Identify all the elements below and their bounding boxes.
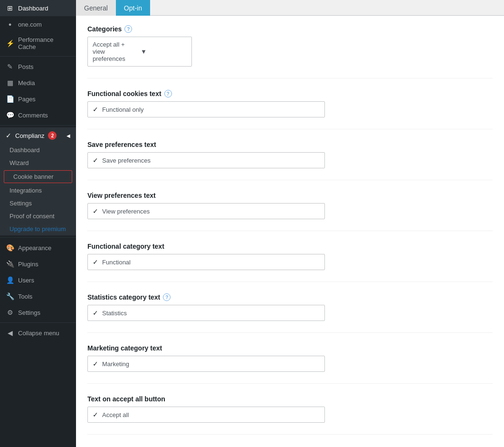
accept-all-button-text-label: Text on accept all button: [87, 395, 493, 403]
pages-icon: 📄: [6, 95, 14, 103]
statistics-category-help-icon[interactable]: ?: [163, 293, 171, 301]
categories-dropdown[interactable]: Accept all + view preferences ▼: [87, 37, 192, 67]
accept-all-button-text-input[interactable]: [102, 411, 320, 418]
sidebar-label-users: Users: [18, 277, 34, 284]
settings-icon: ⚙: [6, 308, 14, 317]
complianz-arrow-icon: ◀: [67, 133, 70, 138]
marketing-category-input-wrapper: ✓: [87, 356, 325, 372]
functional-category-check-icon: ✓: [93, 258, 98, 266]
sidebar-item-integrations[interactable]: Integrations: [0, 184, 76, 197]
functional-category-text-input[interactable]: [102, 259, 320, 266]
categories-section: Categories ? Accept all + view preferenc…: [87, 25, 493, 78]
sidebar-divider-2: [0, 125, 76, 126]
sidebar-item-settings[interactable]: ⚙ Settings: [0, 304, 76, 321]
content-area: General Opt-in Categories ? Accept all +…: [76, 0, 504, 447]
save-preferences-check-icon: ✓: [93, 156, 98, 164]
sidebar-divider-1: [0, 56, 76, 57]
statistics-category-text-label: Statistics category text ?: [87, 293, 493, 301]
accept-all-button-input-wrapper: ✓: [87, 407, 325, 423]
view-preferences-text-section: View preferences text ✓: [87, 192, 493, 231]
marketing-category-text-input[interactable]: [102, 360, 320, 368]
sidebar-item-complianz[interactable]: ✓ Complianz 2 ◀: [0, 127, 76, 144]
sidebar-label-settings: Settings: [18, 309, 40, 316]
categories-help-icon[interactable]: ?: [124, 25, 132, 33]
main-content: General Opt-in Categories ? Accept all +…: [76, 0, 504, 447]
sidebar-item-media[interactable]: ▦ Media: [0, 75, 76, 91]
functional-cookies-input-wrapper: ✓: [87, 101, 325, 117]
sidebar-item-complianz-dashboard[interactable]: Dashboard: [0, 144, 76, 156]
marketing-category-text-section: Marketing category text ✓: [87, 344, 493, 384]
functional-cookies-text-input[interactable]: [102, 106, 320, 113]
sidebar-label-pages: Pages: [18, 96, 36, 103]
media-icon: ▦: [6, 78, 14, 87]
functional-cookies-help-icon[interactable]: ?: [164, 90, 172, 97]
save-preferences-input-wrapper: ✓: [87, 152, 325, 168]
sidebar-label-comments: Comments: [18, 112, 48, 119]
form-content: Categories ? Accept all + view preferenc…: [76, 16, 504, 447]
view-preferences-text-input[interactable]: [102, 208, 320, 215]
sidebar-label-media: Media: [18, 79, 35, 87]
functional-category-text-section: Functional category text ✓: [87, 243, 493, 282]
marketing-category-text-label: Marketing category text: [87, 344, 493, 352]
sidebar-item-comments[interactable]: 💬 Comments: [0, 107, 76, 123]
sidebar-divider-4: [0, 322, 76, 323]
functional-category-input-wrapper: ✓: [87, 254, 325, 270]
statistics-category-check-icon: ✓: [93, 309, 98, 317]
sidebar-label-collapse: Collapse menu: [18, 330, 59, 337]
complianz-badge: 2: [48, 131, 57, 140]
sidebar-item-pages[interactable]: 📄 Pages: [0, 91, 76, 107]
tab-general[interactable]: General: [76, 0, 116, 16]
view-preferences-text-label: View preferences text: [87, 192, 493, 199]
statistics-category-input-wrapper: ✓: [87, 305, 325, 321]
sidebar-item-cookie-banner[interactable]: Cookie banner: [4, 170, 72, 183]
sidebar-item-tools[interactable]: 🔧 Tools: [0, 288, 76, 304]
save-preferences-text-label: Save preferences text: [87, 141, 493, 148]
functional-cookies-text-label: Functional cookies text ?: [87, 90, 493, 97]
sidebar-label-dashboard: Dashboard: [18, 5, 48, 12]
sidebar-label-plugins: Plugins: [18, 261, 38, 268]
complianz-section: ✓ Complianz 2 ◀ Dashboard Wizard Cookie …: [0, 127, 76, 235]
complianz-icon: ✓: [6, 132, 11, 139]
complianz-label: Complianz: [15, 132, 44, 139]
performance-cache-icon: ⚡: [6, 39, 14, 48]
sidebar-item-complianz-wizard[interactable]: Wizard: [0, 156, 76, 169]
plugins-icon: 🔌: [6, 260, 14, 268]
sidebar: ⊞ Dashboard ● one.com ⚡ Performance Cach…: [0, 0, 76, 447]
categories-label: Categories ?: [87, 25, 493, 33]
functional-cookies-check-icon: ✓: [93, 106, 98, 113]
appearance-icon: 🎨: [6, 243, 14, 252]
sidebar-label-performance-cache: Performance Cache: [18, 36, 70, 50]
users-icon: 👤: [6, 276, 14, 284]
comments-icon: 💬: [6, 111, 14, 119]
save-preferences-text-input[interactable]: [102, 157, 320, 164]
sidebar-label-posts: Posts: [18, 63, 34, 70]
collapse-icon: ◀: [6, 329, 14, 337]
statistics-category-text-input[interactable]: [102, 310, 320, 317]
complianz-submenu: Dashboard Wizard Cookie banner Integrati…: [0, 144, 76, 235]
sidebar-divider-3: [0, 237, 76, 238]
sidebar-item-onecom[interactable]: ● one.com: [0, 16, 76, 32]
view-preferences-input-wrapper: ✓: [87, 203, 325, 219]
sidebar-item-complianz-settings[interactable]: Settings: [0, 197, 76, 210]
sidebar-item-plugins[interactable]: 🔌 Plugins: [0, 256, 76, 272]
onecom-icon: ●: [6, 20, 14, 29]
statistics-category-text-section: Statistics category text ? ✓: [87, 293, 493, 333]
posts-icon: ✎: [6, 62, 14, 71]
sidebar-item-proof-of-consent[interactable]: Proof of consent: [0, 210, 76, 223]
sidebar-item-dashboard[interactable]: ⊞ Dashboard: [0, 0, 76, 16]
functional-category-text-label: Functional category text: [87, 243, 493, 250]
dashboard-icon: ⊞: [6, 4, 14, 12]
sidebar-item-posts[interactable]: ✎ Posts: [0, 58, 76, 75]
categories-dropdown-value: Accept all + view preferences: [93, 41, 139, 62]
tabs-bar: General Opt-in: [76, 0, 504, 16]
sidebar-item-performance-cache[interactable]: ⚡ Performance Cache: [0, 32, 76, 54]
accept-all-button-text-section: Text on accept all button ✓: [87, 395, 493, 435]
sidebar-item-users[interactable]: 👤 Users: [0, 272, 76, 288]
functional-cookies-text-section: Functional cookies text ? ✓: [87, 90, 493, 129]
tab-opt-in[interactable]: Opt-in: [116, 0, 150, 16]
view-preferences-check-icon: ✓: [93, 207, 98, 215]
sidebar-item-collapse[interactable]: ◀ Collapse menu: [0, 325, 76, 341]
tools-icon: 🔧: [6, 292, 14, 301]
sidebar-item-appearance[interactable]: 🎨 Appearance: [0, 240, 76, 256]
upgrade-to-premium-button[interactable]: Upgrade to premium: [0, 223, 76, 235]
